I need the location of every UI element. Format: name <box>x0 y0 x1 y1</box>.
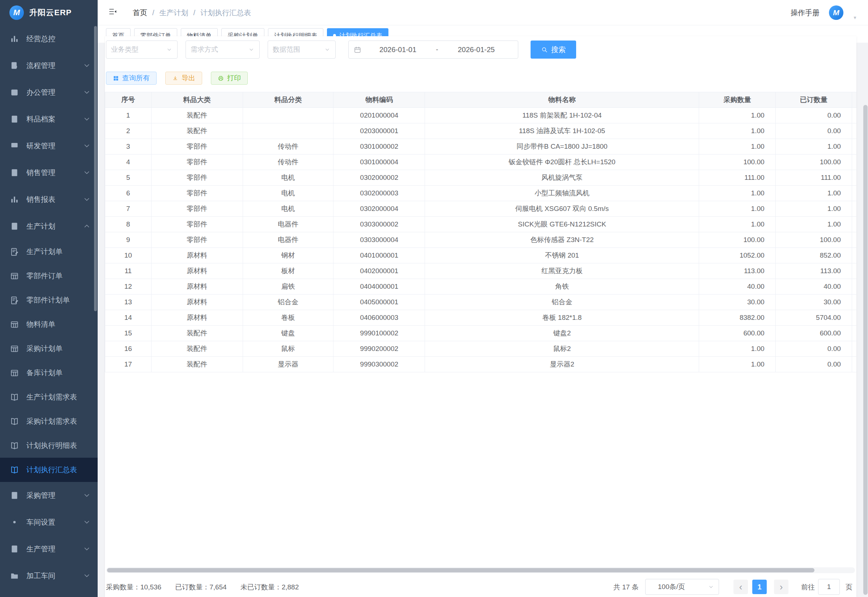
table-row[interactable]: 4 零部件 传动件 0301000004 钣金铰链件 Φ20圆杆 总长LH=15… <box>105 154 857 170</box>
print-button[interactable]: 打印 <box>211 72 248 85</box>
sidebar-subitem[interactable]: 物料清单 <box>0 312 98 337</box>
business-type-select[interactable]: 业务类型 <box>106 40 178 59</box>
app-title: 升阳云ERP <box>29 7 72 18</box>
table-row[interactable]: 3 零部件 传动件 0301000002 同步带件B CA=1800 JJ=18… <box>105 139 857 154</box>
demand-mode-select[interactable]: 需求方式 <box>185 40 260 59</box>
cell-code: 0405000001 <box>333 294 425 310</box>
table-row[interactable]: 6 零部件 电机 0302000003 小型工频轴流风机 1.00 1.00 <box>105 186 857 201</box>
sidebar-item[interactable]: 经营总控 <box>0 25 98 52</box>
cell-category: 原材料 <box>151 310 243 326</box>
table-row[interactable]: 7 零部件 电机 0302000004 伺服电机 XSG607 双向 0.5m/… <box>105 201 857 217</box>
sidebar-item[interactable]: 采购管理 <box>0 482 98 509</box>
horizontal-scrollbar-thumb[interactable] <box>107 568 815 572</box>
cell-ordered-qty: 1.00 <box>775 139 852 154</box>
menu-icon <box>10 141 19 150</box>
cell-unordered-qty <box>852 310 856 326</box>
sidebar-item[interactable]: 流程管理 <box>0 52 98 79</box>
vertical-scrollbar-thumb[interactable] <box>863 105 868 595</box>
summary-label: 未已订数量： <box>240 582 282 592</box>
column-header: 物料编码 <box>333 92 425 108</box>
export-button[interactable]: 导出 <box>165 72 202 85</box>
sidebar-item[interactable]: 研发管理 <box>0 132 98 159</box>
sidebar-subitem-label: 采购计划单 <box>27 344 91 353</box>
sidebar-item-label: 料品档案 <box>27 114 83 124</box>
sidebar-item[interactable]: 销售管理 <box>0 159 98 186</box>
sidebar-subitem[interactable]: 计划执行明细表 <box>0 434 98 458</box>
cell-subclass: 铝合金 <box>243 294 333 310</box>
table-row[interactable]: 11 原材料 板材 0402000001 红黑亚克力板 113.00 113.0… <box>105 263 857 279</box>
prev-page-button[interactable]: ‹ <box>733 580 748 594</box>
sidebar-item[interactable]: 生产计划 <box>0 213 98 239</box>
sidebar-item[interactable]: 加工车间 <box>0 562 98 589</box>
table-footer: 采购数量： 10,536 已订数量： 7,654 未已订数量： 2,882 共 … <box>105 577 856 597</box>
sidebar-subitem[interactable]: 备库计划单 <box>0 361 98 385</box>
cell-subclass: 卷板 <box>243 310 333 326</box>
chevron-down-icon <box>248 46 255 53</box>
cell-purchase-qty: 40.00 <box>699 279 775 294</box>
table-row[interactable]: 9 零部件 电器件 0303000004 色标传感器 Z3N-T22 100.0… <box>105 232 857 248</box>
sidebar-item[interactable]: 办公管理 <box>0 79 98 105</box>
collapse-sidebar-icon[interactable] <box>108 7 117 16</box>
table-row[interactable]: 14 原材料 卷板 0406000003 卷板 182*1.8 8382.00 … <box>105 310 857 326</box>
chevron-icon <box>83 491 91 500</box>
sidebar-subitem[interactable]: 零部件订单 <box>0 264 98 288</box>
help-manual-link[interactable]: 操作手册 <box>791 8 819 18</box>
goto-page-input[interactable] <box>818 579 840 595</box>
next-page-button[interactable]: › <box>774 580 788 594</box>
table-row[interactable]: 17 装配件 显示器 9990300002 显示器2 1.00 0.00 <box>105 357 857 372</box>
data-range-select[interactable]: 数据范围 <box>268 40 336 59</box>
cell-category: 装配件 <box>151 357 243 372</box>
summary-item: 已订数量： 7,654 <box>175 582 227 592</box>
table-row[interactable]: 16 装配件 鼠标 9990200002 鼠标2 1.00 0.00 <box>105 341 857 357</box>
cell-ordered-qty: 100.00 <box>775 232 852 248</box>
table-row[interactable]: 12 原材料 扁铁 0404000001 角铁 40.00 40.00 <box>105 279 857 294</box>
sidebar-item[interactable]: 车间设置 <box>0 509 98 536</box>
sidebar-subitem[interactable]: 采购计划需求表 <box>0 409 98 434</box>
sidebar-subitem[interactable]: 生产计划需求表 <box>0 385 98 409</box>
summary-label: 已订数量： <box>175 582 209 592</box>
table-row[interactable]: 15 装配件 键盘 9990100002 键盘2 600.00 600.00 <box>105 326 857 341</box>
sidebar-subitem[interactable]: 生产计划单 <box>0 239 98 264</box>
avatar[interactable]: M <box>829 6 843 20</box>
breadcrumb-home[interactable]: 首页 <box>133 8 147 18</box>
submenu-icon <box>10 247 19 257</box>
current-page-button[interactable]: 1 <box>752 580 767 594</box>
sidebar-item[interactable]: 生产管理 <box>0 536 98 562</box>
cell-unordered-qty <box>852 232 856 248</box>
cell-code: 0201000004 <box>333 108 425 123</box>
cell-purchase-qty: 1.00 <box>699 108 775 123</box>
cell-index: 6 <box>105 186 151 201</box>
table-row[interactable]: 2 装配件 0203000001 118S 油路及试车 1H-102-05 1.… <box>105 123 857 139</box>
summary-value: 10,536 <box>140 583 161 591</box>
cell-category: 零部件 <box>151 170 243 186</box>
date-range-picker[interactable]: 2026-01-01 - 2026-01-25 <box>348 40 518 59</box>
sidebar-item-label: 生产管理 <box>27 544 83 554</box>
sidebar-subitem-label: 物料清单 <box>27 319 91 329</box>
breadcrumb-section[interactable]: 生产计划 <box>160 8 188 18</box>
sidebar-subitem-label: 零部件计划单 <box>27 295 91 305</box>
date-end-value[interactable]: 2026-01-25 <box>440 46 513 54</box>
date-start-value[interactable]: 2026-01-01 <box>361 46 434 54</box>
filter-bar: 业务类型 需求方式 数据范围 2026-01-01 - 2026-01-25 搜… <box>106 40 576 59</box>
table-row[interactable]: 5 零部件 电机 0302000002 风机旋涡气泵 111.00 111.00 <box>105 170 857 186</box>
cell-name: 角铁 <box>425 279 699 294</box>
sidebar-subitem[interactable]: 计划执行汇总表 <box>0 458 98 482</box>
search-button[interactable]: 搜索 <box>530 40 576 59</box>
table-row[interactable]: 1 装配件 0201000004 118S 前架装配 1H-102-04 1.0… <box>105 108 857 123</box>
column-header: 料品大类 <box>151 92 243 108</box>
dropdown-caret-icon[interactable]: ▼ <box>853 15 857 20</box>
sidebar-item[interactable]: 料品档案 <box>0 105 98 132</box>
query-all-button[interactable]: 查询所有 <box>106 72 157 85</box>
sidebar-item[interactable]: 销售报表 <box>0 186 98 213</box>
sidebar-subitem[interactable]: 零部件计划单 <box>0 288 98 312</box>
table-row[interactable]: 8 零部件 电器件 0303000002 SICK光眼 GTE6-N1212SI… <box>105 217 857 232</box>
sidebar-subitem-label: 计划执行汇总表 <box>27 465 91 475</box>
page-size-select[interactable]: 100条/页 <box>645 579 719 595</box>
sidebar-subitem[interactable]: 采购计划单 <box>0 337 98 361</box>
table-row[interactable]: 10 原材料 钢材 0401000001 不锈钢 201 1052.00 852… <box>105 248 857 263</box>
sidebar-scrollbar[interactable] <box>94 26 97 311</box>
cell-ordered-qty: 113.00 <box>775 263 852 279</box>
cell-code: 0406000003 <box>333 310 425 326</box>
table-row[interactable]: 13 原材料 铝合金 0405000001 铝合金 30.00 30.00 <box>105 294 857 310</box>
submenu-icon <box>10 441 19 450</box>
